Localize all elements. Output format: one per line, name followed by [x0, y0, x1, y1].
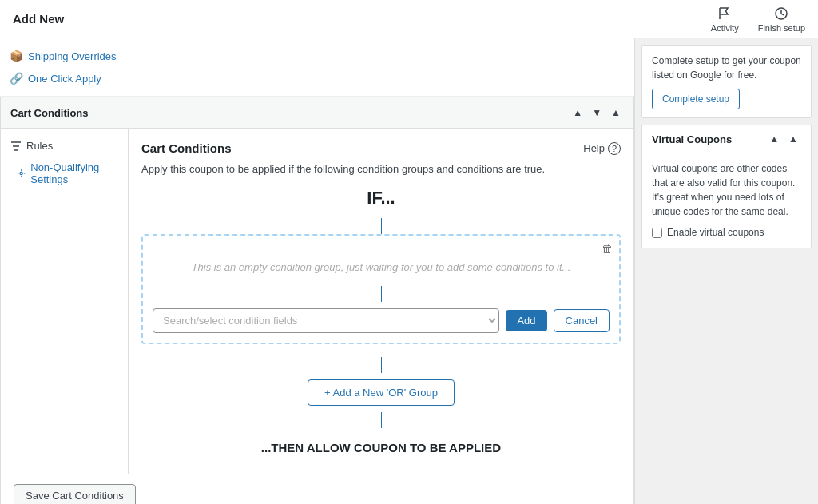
setup-description: Complete setup to get your coupon listed… — [652, 54, 801, 82]
nav-items: 📦 Shipping Overrides 🔗 One Click Apply — [0, 38, 634, 97]
save-bar: Save Cart Conditions — [1, 474, 633, 504]
finish-setup-label: Finish setup — [758, 23, 805, 33]
section-collapse-button[interactable]: ▲ — [608, 105, 624, 120]
add-or-group-button[interactable]: + Add a New 'OR' Group — [308, 379, 455, 406]
save-cart-conditions-button[interactable]: Save Cart Conditions — [14, 484, 136, 504]
help-icon: ? — [608, 142, 621, 155]
nav-rules[interactable]: Rules — [1, 135, 128, 157]
top-bar-actions: Activity Finish setup — [711, 6, 805, 33]
enable-virtual-coupons-row: Enable virtual coupons — [652, 225, 801, 240]
cancel-condition-button[interactable]: Cancel — [554, 309, 610, 332]
help-label: Help — [583, 142, 605, 154]
add-condition-button[interactable]: Add — [506, 310, 546, 331]
finish-setup-button[interactable]: Finish setup — [758, 6, 805, 33]
condition-select[interactable]: Search/select condition fields — [153, 308, 499, 333]
cart-conditions-header: Cart Conditions Help ? — [141, 141, 621, 155]
section-down-button[interactable]: ▼ — [589, 105, 605, 120]
cart-conditions-section: Cart Conditions ▲ ▼ ▲ Rules — [0, 97, 634, 504]
complete-setup-button[interactable]: Complete setup — [652, 89, 740, 109]
top-bar: Add New Activity Finish setup — [0, 0, 818, 38]
section-nav: Rules Non-Qualifying Settings — [1, 129, 129, 474]
gear-icon — [17, 168, 26, 179]
virtual-coupons-controls: ▲ ▲ — [766, 132, 801, 146]
enable-virtual-coupons-label: Enable virtual coupons — [667, 225, 764, 240]
help-link[interactable]: Help ? — [583, 142, 621, 155]
vc-up-button[interactable]: ▲ — [766, 132, 782, 146]
left-area: 📦 Shipping Overrides 🔗 One Click Apply C… — [0, 38, 634, 504]
nav-item-shipping-overrides[interactable]: 📦 Shipping Overrides — [0, 45, 634, 67]
flag-icon — [717, 6, 733, 22]
delete-group-button[interactable]: 🗑 — [602, 242, 613, 255]
nav-item-one-click-apply[interactable]: 🔗 One Click Apply — [0, 67, 634, 89]
nav-item-one-click-label: One Click Apply — [28, 73, 101, 85]
nav-item-shipping-label: Shipping Overrides — [28, 50, 117, 62]
condition-group: 🗑 This is an empty condition group, just… — [141, 234, 621, 344]
right-sidebar: Complete setup to get your coupon listed… — [634, 38, 818, 504]
activity-button[interactable]: Activity — [711, 6, 739, 33]
connector-top — [381, 218, 382, 234]
filter-icon — [10, 141, 22, 152]
empty-group-text: This is an empty condition group, just w… — [153, 245, 610, 286]
nav-non-qualifying[interactable]: Non-Qualifying Settings — [1, 157, 128, 190]
setup-panel: Complete setup to get your coupon listed… — [641, 45, 812, 118]
condition-input-row: Search/select condition fields Add Cance… — [153, 308, 610, 333]
virtual-coupons-content: Virtual coupons are other codes that are… — [642, 153, 811, 248]
section-controls: ▲ ▼ ▲ — [570, 105, 624, 120]
virtual-coupons-header: Virtual Coupons ▲ ▲ — [642, 125, 811, 153]
connector-mid — [381, 286, 382, 302]
clock-icon — [773, 6, 789, 22]
vc-collapse-button[interactable]: ▲ — [785, 132, 801, 146]
page-title: Add New — [13, 12, 64, 26]
then-label: ...THEN ALLOW COUPON TO BE APPLIED — [141, 435, 621, 461]
setup-panel-content: Complete setup to get your coupon listed… — [642, 46, 811, 117]
or-group-connector: + Add a New 'OR' Group — [141, 373, 621, 412]
section-header: Cart Conditions ▲ ▼ ▲ — [1, 97, 633, 129]
virtual-coupons-panel: Virtual Coupons ▲ ▲ Virtual coupons are … — [641, 125, 812, 248]
enable-virtual-coupons-checkbox[interactable] — [652, 228, 662, 238]
one-click-icon: 🔗 — [10, 72, 23, 85]
conditions-description: Apply this coupon to be applied if the f… — [141, 163, 621, 175]
connector-then — [381, 412, 382, 428]
connector-or — [381, 357, 382, 373]
section-content: Rules Non-Qualifying Settings Cart Condi… — [1, 129, 633, 474]
activity-label: Activity — [711, 23, 739, 33]
cart-conditions-title: Cart Conditions — [141, 141, 232, 155]
main-layout: 📦 Shipping Overrides 🔗 One Click Apply C… — [0, 38, 818, 504]
section-up-button[interactable]: ▲ — [570, 105, 586, 120]
if-label: IF... — [141, 188, 621, 208]
virtual-coupons-description: Virtual coupons are other codes that are… — [652, 161, 801, 219]
section-title: Cart Conditions — [10, 107, 89, 119]
cart-conditions-main: Cart Conditions Help ? Apply this coupon… — [129, 129, 633, 474]
shipping-icon: 📦 — [10, 50, 23, 62]
svg-point-1 — [20, 172, 22, 174]
virtual-coupons-title: Virtual Coupons — [652, 133, 732, 145]
